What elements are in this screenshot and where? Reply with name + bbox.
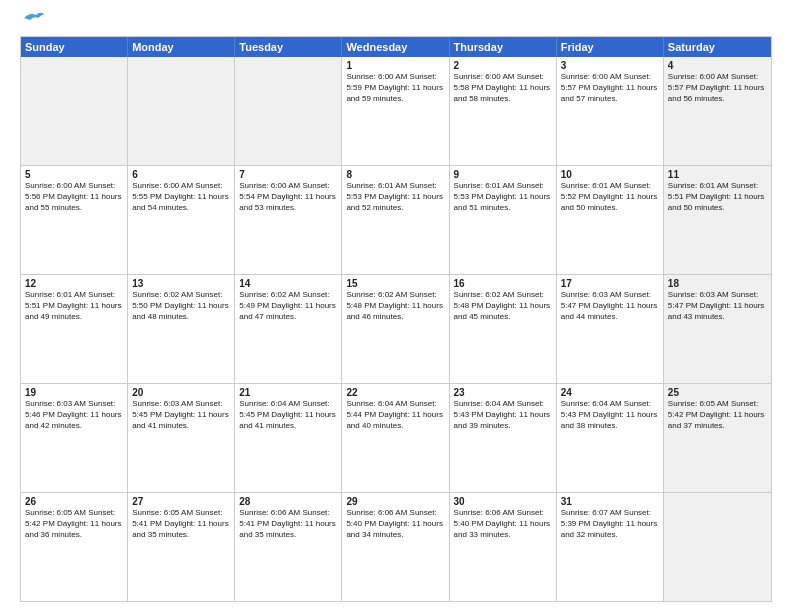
logo-bird-icon: [22, 10, 44, 26]
cal-cell-27: 27Sunrise: 6:05 AM Sunset: 5:41 PM Dayli…: [128, 493, 235, 601]
day-number: 21: [239, 387, 337, 398]
day-number: 11: [668, 169, 767, 180]
day-number: 27: [132, 496, 230, 507]
day-info: Sunrise: 6:02 AM Sunset: 5:48 PM Dayligh…: [454, 290, 552, 322]
day-number: 30: [454, 496, 552, 507]
cal-cell-23: 23Sunrise: 6:04 AM Sunset: 5:43 PM Dayli…: [450, 384, 557, 492]
cal-cell-8: 8Sunrise: 6:01 AM Sunset: 5:53 PM Daylig…: [342, 166, 449, 274]
week-row-3: 12Sunrise: 6:01 AM Sunset: 5:51 PM Dayli…: [21, 274, 771, 383]
day-info: Sunrise: 6:04 AM Sunset: 5:44 PM Dayligh…: [346, 399, 444, 431]
day-number: 26: [25, 496, 123, 507]
cal-cell-28: 28Sunrise: 6:06 AM Sunset: 5:41 PM Dayli…: [235, 493, 342, 601]
day-info: Sunrise: 6:05 AM Sunset: 5:42 PM Dayligh…: [25, 508, 123, 540]
cal-cell-15: 15Sunrise: 6:02 AM Sunset: 5:48 PM Dayli…: [342, 275, 449, 383]
cal-cell-4: 4Sunrise: 6:00 AM Sunset: 5:57 PM Daylig…: [664, 57, 771, 165]
day-info: Sunrise: 6:00 AM Sunset: 5:54 PM Dayligh…: [239, 181, 337, 213]
day-number: 1: [346, 60, 444, 71]
calendar-body: 1Sunrise: 6:00 AM Sunset: 5:59 PM Daylig…: [21, 57, 771, 601]
cal-cell-6: 6Sunrise: 6:00 AM Sunset: 5:55 PM Daylig…: [128, 166, 235, 274]
day-info: Sunrise: 6:03 AM Sunset: 5:45 PM Dayligh…: [132, 399, 230, 431]
day-info: Sunrise: 6:06 AM Sunset: 5:41 PM Dayligh…: [239, 508, 337, 540]
cal-cell-1: 1Sunrise: 6:00 AM Sunset: 5:59 PM Daylig…: [342, 57, 449, 165]
day-number: 20: [132, 387, 230, 398]
day-info: Sunrise: 6:00 AM Sunset: 5:57 PM Dayligh…: [668, 72, 767, 104]
day-info: Sunrise: 6:03 AM Sunset: 5:46 PM Dayligh…: [25, 399, 123, 431]
day-info: Sunrise: 6:04 AM Sunset: 5:43 PM Dayligh…: [561, 399, 659, 431]
day-info: Sunrise: 6:02 AM Sunset: 5:50 PM Dayligh…: [132, 290, 230, 322]
cal-cell-13: 13Sunrise: 6:02 AM Sunset: 5:50 PM Dayli…: [128, 275, 235, 383]
cal-cell-30: 30Sunrise: 6:06 AM Sunset: 5:40 PM Dayli…: [450, 493, 557, 601]
cal-cell-17: 17Sunrise: 6:03 AM Sunset: 5:47 PM Dayli…: [557, 275, 664, 383]
day-number: 4: [668, 60, 767, 71]
day-number: 14: [239, 278, 337, 289]
day-info: Sunrise: 6:06 AM Sunset: 5:40 PM Dayligh…: [454, 508, 552, 540]
cal-cell-10: 10Sunrise: 6:01 AM Sunset: 5:52 PM Dayli…: [557, 166, 664, 274]
day-info: Sunrise: 6:06 AM Sunset: 5:40 PM Dayligh…: [346, 508, 444, 540]
day-info: Sunrise: 6:03 AM Sunset: 5:47 PM Dayligh…: [668, 290, 767, 322]
week-row-1: 1Sunrise: 6:00 AM Sunset: 5:59 PM Daylig…: [21, 57, 771, 165]
day-number: 23: [454, 387, 552, 398]
day-info: Sunrise: 6:02 AM Sunset: 5:49 PM Dayligh…: [239, 290, 337, 322]
day-info: Sunrise: 6:01 AM Sunset: 5:51 PM Dayligh…: [668, 181, 767, 213]
day-number: 19: [25, 387, 123, 398]
day-info: Sunrise: 6:01 AM Sunset: 5:53 PM Dayligh…: [346, 181, 444, 213]
cal-cell-29: 29Sunrise: 6:06 AM Sunset: 5:40 PM Dayli…: [342, 493, 449, 601]
day-number: 6: [132, 169, 230, 180]
day-number: 24: [561, 387, 659, 398]
day-info: Sunrise: 6:04 AM Sunset: 5:45 PM Dayligh…: [239, 399, 337, 431]
cal-cell-22: 22Sunrise: 6:04 AM Sunset: 5:44 PM Dayli…: [342, 384, 449, 492]
calendar: SundayMondayTuesdayWednesdayThursdayFrid…: [20, 36, 772, 602]
day-info: Sunrise: 6:05 AM Sunset: 5:41 PM Dayligh…: [132, 508, 230, 540]
cal-cell-2: 2Sunrise: 6:00 AM Sunset: 5:58 PM Daylig…: [450, 57, 557, 165]
cal-cell-3: 3Sunrise: 6:00 AM Sunset: 5:57 PM Daylig…: [557, 57, 664, 165]
day-info: Sunrise: 6:00 AM Sunset: 5:57 PM Dayligh…: [561, 72, 659, 104]
day-info: Sunrise: 6:07 AM Sunset: 5:39 PM Dayligh…: [561, 508, 659, 540]
logo: [20, 16, 44, 26]
day-info: Sunrise: 6:04 AM Sunset: 5:43 PM Dayligh…: [454, 399, 552, 431]
cal-cell-9: 9Sunrise: 6:01 AM Sunset: 5:53 PM Daylig…: [450, 166, 557, 274]
cal-cell-20: 20Sunrise: 6:03 AM Sunset: 5:45 PM Dayli…: [128, 384, 235, 492]
cal-cell-31: 31Sunrise: 6:07 AM Sunset: 5:39 PM Dayli…: [557, 493, 664, 601]
day-info: Sunrise: 6:00 AM Sunset: 5:56 PM Dayligh…: [25, 181, 123, 213]
day-header-saturday: Saturday: [664, 37, 771, 57]
cal-cell-26: 26Sunrise: 6:05 AM Sunset: 5:42 PM Dayli…: [21, 493, 128, 601]
day-number: 9: [454, 169, 552, 180]
day-number: 28: [239, 496, 337, 507]
page: SundayMondayTuesdayWednesdayThursdayFrid…: [0, 0, 792, 612]
cal-cell-7: 7Sunrise: 6:00 AM Sunset: 5:54 PM Daylig…: [235, 166, 342, 274]
day-number: 22: [346, 387, 444, 398]
week-row-2: 5Sunrise: 6:00 AM Sunset: 5:56 PM Daylig…: [21, 165, 771, 274]
cal-cell-18: 18Sunrise: 6:03 AM Sunset: 5:47 PM Dayli…: [664, 275, 771, 383]
day-number: 3: [561, 60, 659, 71]
day-number: 5: [25, 169, 123, 180]
day-number: 25: [668, 387, 767, 398]
cal-cell-empty-0-1: [128, 57, 235, 165]
week-row-5: 26Sunrise: 6:05 AM Sunset: 5:42 PM Dayli…: [21, 492, 771, 601]
day-number: 18: [668, 278, 767, 289]
cal-cell-21: 21Sunrise: 6:04 AM Sunset: 5:45 PM Dayli…: [235, 384, 342, 492]
day-info: Sunrise: 6:00 AM Sunset: 5:59 PM Dayligh…: [346, 72, 444, 104]
day-info: Sunrise: 6:00 AM Sunset: 5:58 PM Dayligh…: [454, 72, 552, 104]
day-number: 2: [454, 60, 552, 71]
cal-cell-5: 5Sunrise: 6:00 AM Sunset: 5:56 PM Daylig…: [21, 166, 128, 274]
day-info: Sunrise: 6:02 AM Sunset: 5:48 PM Dayligh…: [346, 290, 444, 322]
day-number: 10: [561, 169, 659, 180]
day-number: 8: [346, 169, 444, 180]
cal-cell-empty-4-6: [664, 493, 771, 601]
day-number: 17: [561, 278, 659, 289]
day-info: Sunrise: 6:03 AM Sunset: 5:47 PM Dayligh…: [561, 290, 659, 322]
cal-cell-11: 11Sunrise: 6:01 AM Sunset: 5:51 PM Dayli…: [664, 166, 771, 274]
day-header-tuesday: Tuesday: [235, 37, 342, 57]
day-number: 13: [132, 278, 230, 289]
calendar-header: SundayMondayTuesdayWednesdayThursdayFrid…: [21, 37, 771, 57]
day-number: 16: [454, 278, 552, 289]
day-info: Sunrise: 6:01 AM Sunset: 5:52 PM Dayligh…: [561, 181, 659, 213]
day-header-sunday: Sunday: [21, 37, 128, 57]
day-header-wednesday: Wednesday: [342, 37, 449, 57]
cal-cell-19: 19Sunrise: 6:03 AM Sunset: 5:46 PM Dayli…: [21, 384, 128, 492]
cal-cell-14: 14Sunrise: 6:02 AM Sunset: 5:49 PM Dayli…: [235, 275, 342, 383]
day-header-friday: Friday: [557, 37, 664, 57]
week-row-4: 19Sunrise: 6:03 AM Sunset: 5:46 PM Dayli…: [21, 383, 771, 492]
cal-cell-25: 25Sunrise: 6:05 AM Sunset: 5:42 PM Dayli…: [664, 384, 771, 492]
day-number: 29: [346, 496, 444, 507]
